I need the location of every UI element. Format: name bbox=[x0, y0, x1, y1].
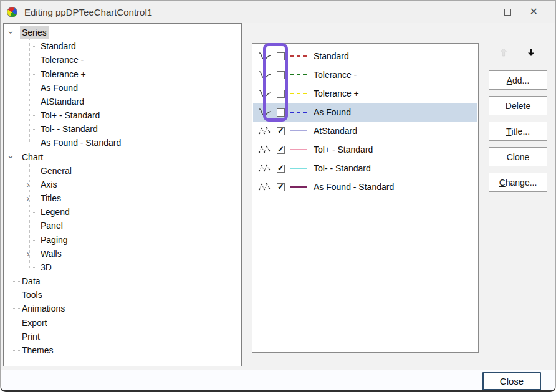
series-visible-checkbox[interactable] bbox=[277, 127, 285, 135]
tree-item-print[interactable]: Print bbox=[4, 330, 241, 343]
settings-tree: ›SeriesStandardTolerance -Tolerance +As … bbox=[3, 23, 242, 366]
series-color-line bbox=[290, 186, 307, 188]
title-bar: Editing ppDPTeeChartControl1 ✕ bbox=[1, 1, 555, 23]
add-button[interactable]: Add... bbox=[489, 70, 547, 90]
series-label: Tolerance + bbox=[314, 88, 359, 98]
chevron-right-icon[interactable]: › bbox=[24, 247, 32, 261]
tree-item-label: Export bbox=[20, 316, 49, 330]
button-label-part: hange... bbox=[506, 178, 537, 188]
change-button[interactable]: Change... bbox=[489, 173, 547, 192]
tree-item-titles[interactable]: ›Titles bbox=[4, 191, 241, 205]
tree-connector-line bbox=[31, 240, 37, 241]
series-row-atstandard[interactable]: AtStandard bbox=[253, 122, 477, 140]
curve-line-icon bbox=[257, 69, 272, 80]
button-label-part: D bbox=[506, 101, 512, 111]
tree-item-label: Tol+ - Standard bbox=[39, 108, 102, 122]
series-row-as-found[interactable]: As Found bbox=[253, 103, 477, 122]
button-label-part: C bbox=[507, 152, 513, 162]
tree-item-export[interactable]: Export bbox=[4, 316, 241, 330]
tree-item-axis[interactable]: ›Axis bbox=[4, 178, 241, 191]
series-visible-checkbox[interactable] bbox=[277, 71, 285, 79]
points-line-icon bbox=[257, 181, 272, 193]
series-row-standard[interactable]: Standard bbox=[253, 47, 477, 65]
tree-item-as-found-standard[interactable]: As Found - Standard bbox=[4, 136, 241, 150]
tree-item-standard[interactable]: Standard bbox=[4, 39, 241, 53]
series-visible-checkbox[interactable] bbox=[277, 183, 285, 191]
clone-button[interactable]: Clone bbox=[489, 147, 547, 166]
tree-connector-line bbox=[31, 129, 37, 130]
series-visible-checkbox[interactable] bbox=[277, 108, 285, 117]
series-color-line bbox=[290, 168, 307, 169]
move-up-arrow-icon[interactable] bbox=[498, 47, 509, 59]
tree-connector-line bbox=[13, 337, 20, 337]
series-label: Standard bbox=[314, 51, 349, 61]
series-label: AtStandard bbox=[314, 126, 357, 136]
tree-connector-line bbox=[31, 212, 37, 213]
tree-item-label: Legend bbox=[39, 205, 72, 219]
chevron-down-icon[interactable]: › bbox=[4, 153, 18, 161]
tree-item-tolerance[interactable]: Tolerance - bbox=[4, 53, 241, 67]
curve-line-icon bbox=[257, 107, 272, 118]
tree-item-walls[interactable]: ›Walls bbox=[4, 247, 241, 261]
tree-item-label: Titles bbox=[39, 191, 63, 205]
series-visible-checkbox[interactable] bbox=[277, 165, 285, 173]
chevron-down-icon[interactable]: › bbox=[4, 28, 18, 37]
maximize-icon[interactable] bbox=[504, 9, 511, 16]
series-row-tolerance[interactable]: Tolerance + bbox=[253, 84, 477, 103]
tree-item-tol-standard[interactable]: Tol+ - Standard bbox=[4, 108, 241, 122]
series-color-line bbox=[290, 74, 307, 75]
tree-item-label: Series bbox=[20, 26, 49, 39]
series-page: StandardTolerance -Tolerance +As FoundAt… bbox=[245, 23, 556, 366]
delete-button[interactable]: Delete bbox=[489, 96, 547, 115]
chevron-right-icon[interactable]: › bbox=[24, 178, 32, 191]
tree-item-3d[interactable]: 3D bbox=[4, 261, 241, 274]
series-visible-checkbox[interactable] bbox=[277, 90, 285, 98]
tree-item-label: Panel bbox=[39, 219, 65, 232]
tree-item-animations[interactable]: Animations bbox=[4, 302, 241, 315]
chevron-right-icon[interactable]: › bbox=[24, 191, 32, 205]
window-title: Editing ppDPTeeChartControl1 bbox=[24, 7, 152, 17]
tree-item-label: 3D bbox=[39, 261, 54, 274]
tree-item-label: Paging bbox=[39, 233, 70, 247]
tree-item-label: Axis bbox=[39, 178, 59, 191]
tree-item-paging[interactable]: Paging bbox=[4, 233, 241, 247]
tree-item-as-found[interactable]: As Found bbox=[4, 81, 241, 95]
tree-item-label: Print bbox=[20, 330, 42, 343]
footer-bar: Close bbox=[1, 370, 555, 392]
tree-item-atstandard[interactable]: AtStandard bbox=[4, 95, 241, 108]
tree-item-tolerance[interactable]: Tolerance + bbox=[4, 67, 241, 81]
tree-item-legend[interactable]: Legend bbox=[4, 205, 241, 219]
tree-item-general[interactable]: General bbox=[4, 164, 241, 178]
tree-item-data[interactable]: Data bbox=[4, 274, 241, 288]
series-row-tolerance[interactable]: Tolerance - bbox=[253, 65, 477, 84]
series-row-tol-standard[interactable]: Tol+ - Standard bbox=[253, 140, 477, 159]
tree-item-tools[interactable]: Tools bbox=[4, 288, 241, 302]
tree-item-label: As Found - Standard bbox=[39, 136, 123, 150]
title-button[interactable]: Title... bbox=[489, 122, 547, 141]
series-visible-checkbox[interactable] bbox=[277, 52, 285, 60]
series-row-tol-standard[interactable]: Tol- - Standard bbox=[253, 159, 477, 178]
tree-connector-line bbox=[31, 267, 37, 268]
points-line-icon bbox=[257, 125, 272, 136]
tree-item-panel[interactable]: Panel bbox=[4, 219, 241, 232]
tree-item-label: Tolerance - bbox=[39, 53, 85, 67]
close-icon[interactable]: ✕ bbox=[530, 7, 538, 17]
tree-item-tol-standard[interactable]: Tol- - Standard bbox=[4, 122, 241, 136]
button-label-part: one bbox=[515, 152, 529, 162]
close-button[interactable]: Close bbox=[482, 372, 541, 390]
tree-connector-line bbox=[31, 143, 37, 143]
series-color-line bbox=[290, 149, 307, 150]
series-label: Tol- - Standard bbox=[314, 163, 371, 173]
teechart-pie-icon bbox=[7, 7, 17, 17]
tree-connector-line bbox=[31, 171, 37, 171]
series-color-line bbox=[290, 55, 307, 57]
series-visible-checkbox[interactable] bbox=[277, 146, 285, 154]
series-row-as-found-standard[interactable]: As Found - Standard bbox=[253, 178, 477, 196]
move-down-arrow-icon[interactable] bbox=[525, 47, 537, 59]
series-color-line bbox=[290, 112, 307, 113]
tree-item-label: Animations bbox=[20, 302, 67, 315]
curve-line-icon bbox=[257, 88, 272, 99]
tree-item-series[interactable]: ›Series bbox=[4, 26, 241, 39]
tree-item-chart[interactable]: ›Chart bbox=[4, 150, 241, 164]
tree-item-themes[interactable]: Themes bbox=[4, 343, 241, 357]
